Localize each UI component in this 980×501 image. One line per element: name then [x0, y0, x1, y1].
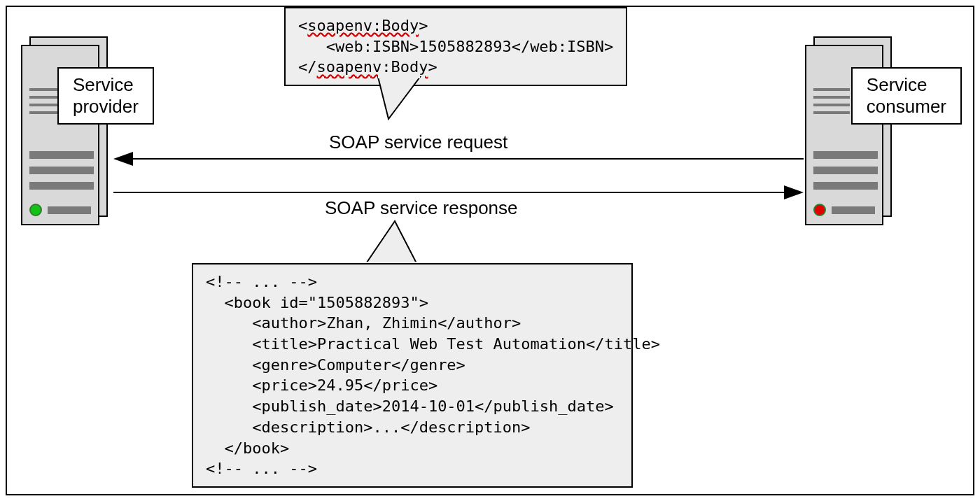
- provider-led-icon: [29, 204, 42, 216]
- response-arrow-head-icon: [784, 185, 804, 199]
- consumer-led-icon: [813, 204, 826, 216]
- request-arrow-line: [132, 158, 804, 160]
- svg-rect-1: [378, 74, 420, 78]
- response-bubble-tail-icon: [365, 221, 435, 267]
- soap-response-bubble: <!-- ... --> <book id="1505882893"> <aut…: [192, 263, 633, 488]
- diagram-frame: Service provider Service consumer <soape…: [6, 6, 974, 495]
- svg-marker-0: [378, 77, 420, 119]
- svg-marker-2: [365, 221, 417, 264]
- request-arrow-label: SOAP service request: [329, 132, 507, 153]
- request-bubble-tail-icon: [378, 77, 441, 126]
- request-arrow-head-icon: [113, 152, 133, 166]
- soap-request-code: <soapenv:Body> <web:ISBN>1505882893</web…: [286, 8, 626, 85]
- service-provider-label: Service provider: [57, 67, 154, 125]
- response-arrow-line: [113, 192, 785, 193]
- response-arrow-label: SOAP service response: [325, 197, 518, 219]
- soap-response-code: <!-- ... --> <book id="1505882893"> <aut…: [193, 264, 631, 486]
- service-consumer-server-icon: [805, 36, 896, 232]
- service-consumer-label: Service consumer: [851, 67, 962, 125]
- service-provider-server-icon: [21, 36, 112, 232]
- soap-request-bubble: <soapenv:Body> <web:ISBN>1505882893</web…: [284, 7, 627, 86]
